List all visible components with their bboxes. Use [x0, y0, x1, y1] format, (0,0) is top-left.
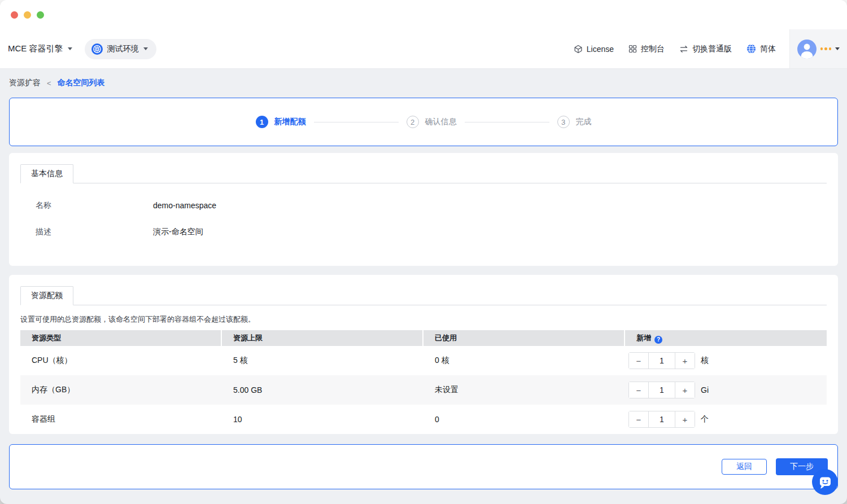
swap-arrows-icon	[679, 45, 688, 54]
license-link[interactable]: License	[574, 45, 614, 54]
resource-quota-card: 资源配额 设置可使用的总资源配额，该命名空间下部署的容器组不会超过该配额。 资源…	[9, 275, 838, 434]
console-label: 控制台	[641, 44, 665, 54]
step-2-label: 确认信息	[425, 117, 457, 127]
breadcrumb: 资源扩容 < 命名空间列表	[9, 78, 838, 88]
footer-action-bar: 返回 下一步	[9, 444, 838, 489]
language-label: 简体	[760, 44, 776, 54]
minus-icon[interactable]: −	[629, 411, 648, 427]
cpu-add-cell: − + 核	[625, 352, 827, 369]
basic-info-tabrow: 基本信息	[20, 164, 827, 183]
plus-icon[interactable]: +	[675, 353, 695, 369]
stepper-panel: 1 新增配额 2 确认信息 3 完成	[9, 98, 838, 146]
grid-apps-icon	[628, 45, 637, 53]
field-description-value: 演示-命名空间	[153, 227, 203, 237]
page-content: 资源扩容 < 命名空间列表 1 新增配额 2 确认信息 3 完成	[0, 69, 847, 489]
cpu-add-input[interactable]	[648, 353, 675, 369]
step-2-confirm-info: 2 确认信息	[407, 116, 457, 128]
environment-label: 测试环境	[107, 44, 139, 54]
cpu-type: CPU（核）	[20, 356, 222, 366]
chat-support-button[interactable]	[812, 469, 838, 495]
step-3-number: 3	[557, 116, 570, 128]
app-header: MCE 容器引擎 测试环境	[0, 29, 847, 69]
kubernetes-wheel-icon	[91, 43, 103, 55]
memory-add-input[interactable]	[648, 382, 675, 398]
pods-type: 容器组	[20, 414, 222, 424]
field-name-value: demo-namespace	[153, 201, 216, 210]
pods-add-input[interactable]	[648, 411, 675, 427]
table-row-cpu: CPU（核） 5 核 0 核 − + 核	[20, 346, 827, 375]
plus-icon[interactable]: +	[675, 382, 695, 398]
license-label: License	[587, 45, 614, 54]
header-add-label: 新增	[636, 334, 651, 342]
maximize-window-icon[interactable]	[37, 11, 44, 19]
memory-unit: Gi	[701, 385, 709, 395]
pods-quantity-stepper: − +	[628, 411, 695, 428]
header-used: 已使用	[424, 330, 625, 346]
switch-edition-link[interactable]: 切换普通版	[679, 44, 732, 54]
header-add: 新增?	[625, 330, 827, 346]
memory-limit: 5.00 GB	[222, 385, 424, 395]
step-1-number: 1	[256, 116, 268, 128]
table-row-pods: 容器组 10 0 − + 个	[20, 405, 827, 434]
back-button[interactable]: 返回	[722, 459, 767, 475]
basic-info-card: 基本信息 名称 demo-namespace 描述 演示-命名空间	[9, 153, 838, 266]
stepper: 1 新增配额 2 确认信息 3 完成	[256, 116, 592, 128]
switch-edition-label: 切换普通版	[692, 44, 732, 54]
field-name: 名称 demo-namespace	[20, 200, 827, 211]
quota-table: 资源类型 资源上限 已使用 新增? CPU（核） 5 核 0 核 −	[20, 330, 827, 434]
avatar	[797, 40, 817, 59]
table-row-memory: 内存（GB） 5.00 GB 未设置 − + Gi	[20, 375, 827, 405]
memory-add-cell: − + Gi	[625, 382, 827, 398]
minus-icon[interactable]: −	[629, 382, 648, 398]
basic-info-fields: 名称 demo-namespace 描述 演示-命名空间	[20, 183, 827, 260]
product-title: MCE 容器引擎	[8, 43, 63, 54]
breadcrumb-current: 资源扩容	[9, 78, 41, 88]
tab-basic-info[interactable]: 基本信息	[20, 164, 73, 183]
header-resource-limit: 资源上限	[222, 330, 424, 346]
step-1-label: 新增配额	[274, 117, 306, 127]
tab-resource-quota[interactable]: 资源配额	[20, 286, 73, 305]
product-switcher[interactable]: MCE 容器引擎	[8, 43, 72, 54]
step-connector	[314, 122, 399, 122]
step-connector	[465, 122, 549, 122]
field-description: 描述 演示-命名空间	[20, 227, 827, 237]
cpu-used: 0 核	[424, 356, 625, 366]
header-resource-type: 资源类型	[20, 330, 222, 346]
memory-used: 未设置	[424, 385, 625, 395]
step-2-number: 2	[407, 116, 419, 128]
app-window: MCE 容器引擎 测试环境	[0, 0, 847, 504]
breadcrumb-link-namespace-list[interactable]: 命名空间列表	[58, 78, 105, 88]
chevron-down-icon	[143, 47, 148, 50]
minimize-window-icon[interactable]	[24, 11, 31, 19]
cpu-limit: 5 核	[222, 356, 424, 366]
field-description-label: 描述	[20, 227, 153, 237]
plus-icon[interactable]: +	[675, 411, 695, 427]
field-name-label: 名称	[20, 200, 153, 211]
pods-unit: 个	[701, 414, 709, 424]
header-nav: License 控制台	[574, 44, 789, 54]
account-menu[interactable]	[789, 29, 847, 68]
chevron-down-icon	[835, 47, 840, 50]
memory-type: 内存（GB）	[20, 385, 222, 395]
quota-description: 设置可使用的总资源配额，该命名空间下部署的容器组不会超过该配额。	[20, 314, 827, 325]
titlebar	[0, 0, 847, 29]
environment-selector[interactable]: 测试环境	[85, 39, 156, 59]
cpu-quantity-stepper: − +	[628, 352, 695, 369]
globe-icon	[746, 44, 756, 54]
step-1-add-quota: 1 新增配额	[256, 116, 306, 128]
step-3-done: 3 完成	[557, 116, 592, 128]
close-window-icon[interactable]	[11, 11, 18, 19]
language-switcher[interactable]: 简体	[746, 44, 776, 54]
more-dots-icon	[820, 47, 832, 50]
cpu-unit: 核	[701, 356, 709, 366]
pods-used: 0	[424, 415, 625, 424]
cube-icon	[574, 45, 583, 54]
step-3-label: 完成	[576, 117, 592, 127]
help-icon[interactable]: ?	[654, 336, 662, 344]
minus-icon[interactable]: −	[629, 353, 648, 369]
quota-table-header: 资源类型 资源上限 已使用 新增?	[20, 330, 827, 346]
console-link[interactable]: 控制台	[628, 44, 665, 54]
pods-limit: 10	[222, 415, 424, 424]
breadcrumb-separator: <	[47, 79, 51, 87]
memory-quantity-stepper: − +	[628, 382, 695, 398]
